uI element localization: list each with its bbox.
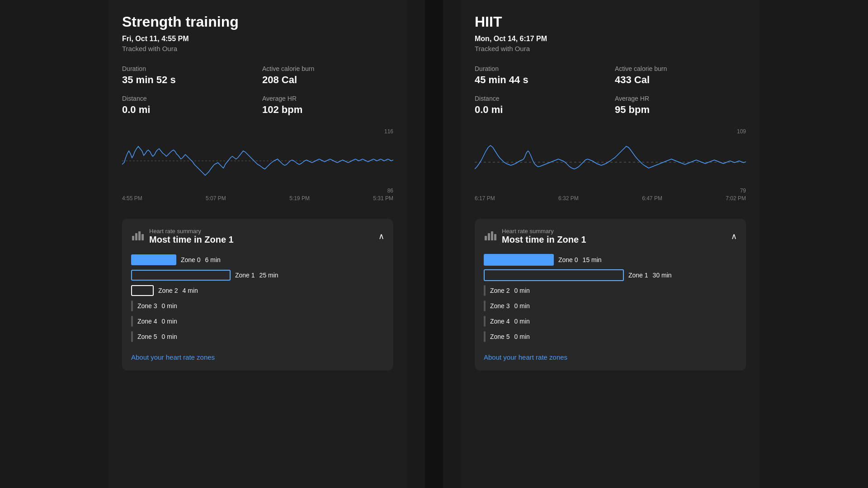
workout-card-hiit: HIIT Mon, Oct 14, 6:17 PM Tracked with O… bbox=[461, 0, 760, 488]
hr-summary-header-strength: Heart rate summary Most time in Zone 1 ∧ bbox=[131, 228, 384, 245]
zone-row-3-strength: Zone 3 0 min bbox=[131, 300, 384, 312]
zone-2-label-hiit: Zone 2 bbox=[490, 287, 510, 294]
zone-5-bar bbox=[131, 331, 133, 342]
zone-5-label-hiit: Zone 5 bbox=[490, 333, 510, 340]
stat-duration-label-hiit: Duration bbox=[475, 65, 606, 72]
zone-row-1-strength: Zone 1 25 min bbox=[131, 269, 384, 281]
hr-summary-text-hiit: Heart rate summary Most time in Zone 1 bbox=[502, 228, 586, 245]
zone-0-duration-hiit: 15 min bbox=[583, 256, 602, 263]
workout-title-hiit: HIIT bbox=[475, 14, 746, 30]
chart-y-top-strength: 116 bbox=[384, 128, 393, 135]
stat-calories-value: 208 Cal bbox=[262, 74, 393, 86]
stat-calories-label-hiit: Active calorie burn bbox=[615, 65, 746, 72]
about-hr-zones-link-hiit[interactable]: About your heart rate zones bbox=[484, 353, 567, 361]
stat-calories-label: Active calorie burn bbox=[262, 65, 393, 72]
chart-time-hiit-1: 6:17 PM bbox=[475, 195, 495, 202]
svg-rect-2 bbox=[135, 233, 137, 240]
hr-summary-text-strength: Heart rate summary Most time in Zone 1 bbox=[149, 228, 234, 245]
zone-row-3-hiit: Zone 3 0 min bbox=[484, 300, 737, 312]
chart-svg-hiit bbox=[475, 128, 746, 192]
zone-5-duration: 0 min bbox=[162, 333, 177, 340]
zone-row-5-strength: Zone 5 0 min bbox=[131, 331, 384, 343]
chart-time-hiit-3: 6:47 PM bbox=[642, 195, 662, 202]
chevron-up-icon-strength[interactable]: ∧ bbox=[378, 231, 384, 241]
chart-y-bottom-hiit: 79 bbox=[740, 188, 746, 194]
svg-rect-1 bbox=[132, 236, 134, 240]
svg-rect-3 bbox=[138, 231, 141, 240]
zone-row-4-hiit: Zone 4 0 min bbox=[484, 315, 737, 327]
hr-summary-hiit: Heart rate summary Most time in Zone 1 ∧… bbox=[475, 219, 746, 371]
zone-1-label-hiit: Zone 1 bbox=[628, 272, 648, 279]
chart-y-bottom-strength: 86 bbox=[387, 188, 393, 194]
svg-rect-9 bbox=[494, 234, 496, 240]
workout-title-strength: Strength training bbox=[122, 14, 393, 30]
stat-distance-label-hiit: Distance bbox=[475, 95, 606, 102]
stats-grid-hiit: Duration 45 min 44 s Active calorie burn… bbox=[475, 65, 746, 116]
zone-row-5-hiit: Zone 5 0 min bbox=[484, 331, 737, 343]
page-container: Strength training Fri, Oct 11, 4:55 PM T… bbox=[0, 0, 868, 488]
zone-2-duration-hiit: 0 min bbox=[514, 287, 530, 294]
stat-avg-hr-label-hiit: Average HR bbox=[615, 95, 746, 102]
stat-distance-label: Distance bbox=[122, 95, 253, 102]
zone-0-bar bbox=[131, 254, 176, 265]
hr-summary-left-strength: Heart rate summary Most time in Zone 1 bbox=[131, 228, 234, 245]
workout-tracker-strength: Tracked with Oura bbox=[122, 45, 393, 52]
about-hr-zones-link-strength[interactable]: About your heart rate zones bbox=[131, 353, 215, 361]
chart-time-hiit-4: 7:02 PM bbox=[726, 195, 746, 202]
zone-5-label: Zone 5 bbox=[137, 333, 157, 340]
chevron-up-icon-hiit[interactable]: ∧ bbox=[731, 231, 737, 241]
stat-distance-value-hiit: 0.0 mi bbox=[475, 104, 606, 116]
hr-chart-hiit: 109 79 6:17 PM 6:32 PM 6:47 PM 7:02 PM bbox=[475, 128, 746, 205]
zone-3-bar bbox=[131, 300, 133, 311]
stat-calories-value-hiit: 433 Cal bbox=[615, 74, 746, 86]
stat-avg-hr: Average HR 102 bpm bbox=[262, 95, 393, 116]
hr-summary-label-hiit: Heart rate summary bbox=[502, 228, 586, 235]
stat-calories-hiit: Active calorie burn 433 Cal bbox=[615, 65, 746, 86]
zone-2-bar bbox=[131, 285, 154, 296]
svg-rect-7 bbox=[488, 233, 490, 240]
zone-0-label: Zone 0 bbox=[181, 256, 201, 263]
stat-avg-hr-hiit: Average HR 95 bpm bbox=[615, 95, 746, 116]
hr-bars-icon-hiit bbox=[484, 229, 496, 244]
zone-4-label-hiit: Zone 4 bbox=[490, 318, 510, 325]
chart-time-2: 5:07 PM bbox=[206, 195, 226, 202]
hr-summary-strength: Heart rate summary Most time in Zone 1 ∧… bbox=[122, 219, 393, 371]
zone-0-duration: 6 min bbox=[205, 256, 221, 263]
stat-avg-hr-label: Average HR bbox=[262, 95, 393, 102]
chart-time-3: 5:19 PM bbox=[289, 195, 310, 202]
stat-duration: Duration 35 min 52 s bbox=[122, 65, 253, 86]
svg-rect-4 bbox=[142, 234, 144, 240]
hr-summary-left-hiit: Heart rate summary Most time in Zone 1 bbox=[484, 228, 586, 245]
zone-0-label-hiit: Zone 0 bbox=[558, 256, 578, 263]
chart-time-hiit-2: 6:32 PM bbox=[558, 195, 579, 202]
chart-time-4: 5:31 PM bbox=[373, 195, 393, 202]
zone-1-bar bbox=[131, 270, 231, 281]
zone-row-1-hiit: Zone 1 30 min bbox=[484, 269, 737, 281]
stat-avg-hr-value-hiit: 95 bpm bbox=[615, 104, 746, 116]
chart-time-labels-hiit: 6:17 PM 6:32 PM 6:47 PM 7:02 PM bbox=[475, 193, 746, 202]
zone-row-2-hiit: Zone 2 0 min bbox=[484, 285, 737, 296]
stat-distance-hiit: Distance 0.0 mi bbox=[475, 95, 606, 116]
chart-time-labels-strength: 4:55 PM 5:07 PM 5:19 PM 5:31 PM bbox=[122, 193, 393, 202]
zone-row-0-hiit: Zone 0 15 min bbox=[484, 254, 737, 266]
svg-rect-8 bbox=[491, 231, 493, 240]
workout-tracker-hiit: Tracked with Oura bbox=[475, 45, 746, 52]
hr-summary-value-hiit: Most time in Zone 1 bbox=[502, 235, 586, 245]
stat-distance: Distance 0.0 mi bbox=[122, 95, 253, 116]
zone-2-bar-hiit bbox=[484, 285, 486, 296]
stat-avg-hr-value: 102 bpm bbox=[262, 104, 393, 116]
divider bbox=[425, 0, 443, 488]
stat-duration-hiit: Duration 45 min 44 s bbox=[475, 65, 606, 86]
zone-4-bar bbox=[131, 316, 133, 327]
zone-bars-hiit: Zone 0 15 min Zone 1 30 min Zone 2 0 min bbox=[484, 254, 737, 343]
stats-grid-strength: Duration 35 min 52 s Active calorie burn… bbox=[122, 65, 393, 116]
zone-2-duration: 4 min bbox=[183, 287, 198, 294]
stat-duration-value-hiit: 45 min 44 s bbox=[475, 74, 606, 86]
workout-date-hiit: Mon, Oct 14, 6:17 PM bbox=[475, 35, 746, 43]
zone-5-bar-hiit bbox=[484, 331, 486, 342]
svg-rect-6 bbox=[485, 236, 487, 240]
stat-distance-value: 0.0 mi bbox=[122, 104, 253, 116]
zone-3-label: Zone 3 bbox=[137, 302, 157, 310]
zone-4-duration: 0 min bbox=[162, 318, 177, 325]
hr-summary-header-hiit: Heart rate summary Most time in Zone 1 ∧ bbox=[484, 228, 737, 245]
